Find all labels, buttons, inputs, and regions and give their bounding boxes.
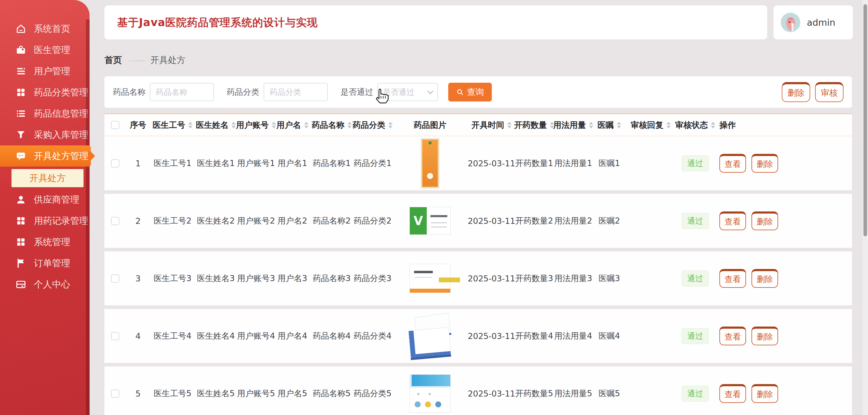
sidebar-item-label: 医生管理 [34,44,70,56]
scrollbar-thumb[interactable] [864,4,867,236]
view-button[interactable]: 查看 [719,327,746,345]
cell-doctor-id: 医生工号2 [150,215,195,226]
row-checkbox[interactable] [111,274,119,283]
table-body: 1 医生工号1 医生姓名1 用户账号1 用户名1 药品名称1 药品分类1 202… [104,136,852,415]
cell-username: 用户名1 [275,158,310,169]
sidebar-item-purchase[interactable]: 采购入库管理 [0,124,90,145]
view-button[interactable]: 查看 [719,384,746,403]
pass-select-placeholder: 是否通过 [383,87,414,97]
breadcrumb-home[interactable]: 首页 [104,54,122,66]
status-badge: 通过 [682,386,709,402]
cell-image [391,313,469,359]
column-label: 医嘱 [597,120,614,130]
sort-descending-icon[interactable] [231,126,236,128]
sort-descending-icon[interactable] [347,126,352,128]
sidebar-item-prescription[interactable]: 开具处方管理 [0,145,91,167]
select-all-checkbox[interactable] [111,121,119,129]
sidebar-item-supplier[interactable]: 供应商管理 [0,189,90,210]
medicine-category-input[interactable] [264,83,328,101]
cell-account: 用户账号2 [237,215,275,226]
delete-row-button[interactable]: 删除 [751,269,778,288]
sort-descending-icon[interactable] [711,126,715,128]
column-label: 药品图片 [414,120,446,130]
delete-row-button[interactable]: 删除 [751,327,778,345]
row-checkbox[interactable] [111,332,119,340]
row-checkbox[interactable] [111,159,119,168]
sort-ascending-icon[interactable] [507,122,512,124]
sort-descending-icon[interactable] [188,126,192,128]
page-title: 基于Java医院药品管理系统的设计与实现 [117,16,318,30]
view-button[interactable]: 查看 [719,211,746,230]
sort-descending-icon[interactable] [304,126,308,128]
sort-descending-icon[interactable] [666,126,671,128]
cell-time: 2025-03-11 [469,331,514,341]
sidebar-item-profile[interactable]: 个人中心 [0,274,90,295]
sidebar-item-medicine-info[interactable]: 药品信息管理 [0,103,90,124]
view-button[interactable]: 查看 [719,269,746,288]
sort-ascending-icon[interactable] [231,122,236,124]
sort-descending-icon[interactable] [507,126,512,128]
cell-medicine: 药品名称1 [310,158,354,169]
table-row: 1 医生工号1 医生姓名1 用户账号1 用户名1 药品名称1 药品分类1 202… [104,136,852,190]
delete-button[interactable]: 删除 [782,82,810,102]
column-label: 审核状态 [675,120,708,130]
sidebar: 系统首页医生管理用户管理药品分类管理药品信息管理采购入库管理开具处方管理开具处方… [0,0,90,415]
sidebar-item-order[interactable]: 订单管理 [0,253,90,274]
delete-row-button[interactable]: 删除 [751,384,778,403]
column-header-advice[interactable]: 医嘱 [592,120,626,130]
sort-ascending-icon[interactable] [188,122,192,124]
sidebar-item-doctor[interactable]: 医生管理 [0,39,90,61]
cell-time: 2025-03-11 [469,216,514,226]
column-header-doctor_id[interactable]: 医生工号 [150,120,195,130]
header-card: 基于Java医院药品管理系统的设计与实现 [104,5,767,39]
sidebar-item-medication-record[interactable]: 用药记录管理 [0,210,90,231]
cell-quantity: 开药数量4 [514,330,554,342]
cell-status: 通过 [675,213,715,229]
pass-select[interactable]: 是否通过 [377,83,438,101]
column-label: 操作 [719,120,736,130]
cell-index: 5 [126,389,150,398]
column-header-actions: 操作 [715,120,852,130]
status-badge: 通过 [682,155,709,172]
sidebar-item-home[interactable]: 系统首页 [0,18,90,39]
cell-usage: 用法用量4 [554,330,592,342]
column-header-usage[interactable]: 用法用量 [554,120,592,130]
column-header-time[interactable]: 开具时间 [469,120,514,130]
row-checkbox[interactable] [111,390,119,398]
sort-descending-icon[interactable] [617,126,621,128]
delete-row-button[interactable]: 删除 [751,154,778,173]
user-chip[interactable]: admin [774,5,853,39]
sidebar-subitem-prescribe[interactable]: 开具处方 [11,169,84,187]
column-header-account[interactable]: 用户账号 [237,120,275,130]
column-header-status[interactable]: 审核状态 [675,120,715,130]
cell-usage: 用法用量2 [554,215,592,226]
search-button[interactable]: 查询 [448,83,492,101]
medicine-name-input[interactable] [150,83,214,101]
row-checkbox[interactable] [111,217,119,225]
list-icon [15,65,27,77]
column-header-doctor_name[interactable]: 医生姓名 [195,120,237,130]
audit-button[interactable]: 审核 [815,82,843,102]
bulk-actions: 删除 审核 [782,82,843,102]
sort-ascending-icon[interactable] [711,122,715,124]
delete-row-button[interactable]: 删除 [751,211,778,230]
column-header-category[interactable]: 药品分类 [354,120,391,130]
detail-list-icon [15,108,27,119]
cell-actions: 查看 删除 [715,211,852,230]
sort-ascending-icon[interactable] [304,122,308,124]
sidebar-item-user[interactable]: 用户管理 [0,61,90,82]
view-button[interactable]: 查看 [719,154,746,173]
sort-ascending-icon[interactable] [666,122,671,124]
column-header-reply[interactable]: 审核回复 [626,120,675,130]
medicine-image [409,207,451,235]
sidebar-item-system[interactable]: 系统管理 [0,231,90,253]
column-header-medicine[interactable]: 药品名称 [310,120,354,130]
sort-ascending-icon[interactable] [347,122,352,124]
scrollbar-track[interactable] [863,0,868,415]
column-header-username[interactable]: 用户名 [275,120,310,130]
sidebar-item-medicine-category[interactable]: 药品分类管理 [0,82,90,103]
cell-doctor-id: 医生工号5 [150,388,195,399]
sort-ascending-icon[interactable] [617,122,621,124]
pass-label: 是否通过 [340,87,373,97]
column-header-quantity[interactable]: 开药数量 [514,120,554,130]
